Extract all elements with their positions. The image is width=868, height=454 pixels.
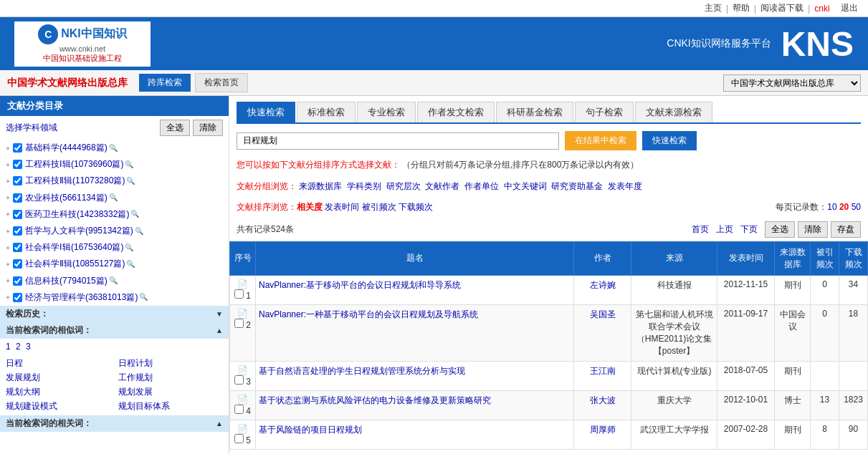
title-link-3[interactable]: 基于状态监测与系统风险评估的电力设备维修及更新策略研究 [259, 395, 491, 405]
tab-author-search[interactable]: 作者发文检索 [417, 102, 495, 122]
page-first-link[interactable]: 首页 [692, 223, 709, 236]
logout-link[interactable]: 退出 [841, 2, 858, 14]
title-link-0[interactable]: NavPlanner:基于移动平台的会议日程规划和导导系统 [259, 280, 461, 290]
cross-db-btn[interactable]: 跨库检索 [139, 74, 191, 92]
tab-pro-search[interactable]: 专业检索 [357, 102, 416, 122]
group-item-5[interactable]: 中文关键词 [504, 181, 547, 191]
page-link-2[interactable]: 2 [16, 342, 21, 352]
subject-checkbox-4[interactable] [13, 210, 22, 219]
reader-download-link[interactable]: 阅读器下载 [760, 2, 803, 14]
search-small-icon-2[interactable]: 🔍 [126, 175, 135, 187]
subject-checkbox-1[interactable] [13, 160, 22, 169]
related-link-3b[interactable]: 规划目标体系 [118, 400, 224, 412]
search-history-chevron[interactable]: ▼ [216, 310, 223, 318]
related-link-0a[interactable]: 日程 [6, 357, 111, 370]
subject-link-0[interactable]: 基础科学(4444968篇) [25, 141, 108, 155]
subject-link-1[interactable]: 工程科技Ⅰ辑(10736960篇) [25, 158, 123, 171]
expand-icon[interactable]: ＋ [4, 175, 11, 187]
related-link-2b[interactable]: 规划发展 [118, 386, 224, 398]
subject-link-6[interactable]: 社会科学Ⅰ辑(16753640篇) [25, 241, 123, 254]
subject-checkbox-7[interactable] [13, 259, 22, 269]
subject-link-7[interactable]: 社会科学Ⅱ辑(10855127篇) [25, 257, 125, 271]
related-query-chevron[interactable]: ▲ [216, 327, 223, 334]
in-result-search-btn[interactable]: 在结果中检索 [565, 131, 636, 150]
group-item-7[interactable]: 发表年度 [608, 181, 642, 191]
expand-icon[interactable]: ＋ [4, 208, 11, 220]
related-link-1a[interactable]: 发展规划 [6, 372, 111, 384]
subject-link-5[interactable]: 哲学与人文科学(9951342篇) [25, 224, 133, 238]
subject-link-3[interactable]: 农业科技(5661134篇) [25, 191, 108, 205]
subject-link-8[interactable]: 信息科技(7794015篇) [25, 274, 108, 288]
tab-quick-search[interactable]: 快速检索 [237, 102, 295, 122]
clear-results-btn[interactable]: 清除 [798, 221, 828, 238]
tab-fund-search[interactable]: 科研基金检索 [496, 102, 573, 122]
related-link-1b[interactable]: 工作规划 [118, 372, 224, 384]
expand-icon[interactable]: ＋ [4, 242, 11, 253]
help-link[interactable]: 帮助 [733, 2, 750, 14]
related-link-2a[interactable]: 规划大纲 [6, 386, 111, 398]
sort-item-3[interactable]: 下载频次 [399, 200, 433, 216]
subject-checkbox-6[interactable] [13, 243, 22, 252]
group-item-2[interactable]: 研究层次 [386, 181, 421, 191]
select-all-results-btn[interactable]: 全选 [765, 221, 795, 238]
related-link-3a[interactable]: 规划建设模式 [6, 400, 111, 412]
search-small-icon-7[interactable]: 🔍 [126, 259, 135, 270]
page-prev-link[interactable]: 上页 [716, 223, 733, 236]
per-page-50[interactable]: 50 [852, 200, 861, 216]
sort-item-0[interactable]: 相关度 [297, 200, 323, 216]
expand-icon[interactable]: ＋ [4, 143, 11, 154]
search-input[interactable] [237, 132, 559, 150]
group-item-4[interactable]: 作者单位 [464, 181, 499, 191]
per-page-10[interactable]: 10 [827, 200, 836, 216]
search-small-icon-4[interactable]: 🔍 [130, 208, 139, 220]
tab-source-search[interactable]: 文献来源检索 [635, 102, 712, 122]
group-item-0[interactable]: 来源数据库 [299, 181, 342, 191]
cnki-link[interactable]: cnki [814, 4, 829, 14]
page-next-link[interactable]: 下页 [740, 223, 758, 236]
expand-icon[interactable]: ＋ [4, 159, 11, 170]
quick-search-btn[interactable]: 快速检索 [642, 131, 697, 150]
group-item-6[interactable]: 研究资助基金 [551, 181, 603, 191]
search-small-icon-3[interactable]: 🔍 [109, 192, 118, 203]
title-link-4[interactable]: 基于风险链的项目日程规划 [259, 425, 362, 435]
related-link-0b[interactable]: 日程计划 [118, 357, 224, 370]
group-item-3[interactable]: 文献作者 [425, 181, 459, 191]
author-link-3[interactable]: 张大波 [590, 395, 616, 405]
subject-link-9[interactable]: 经济与管理科学(36381013篇) [25, 291, 138, 304]
search-home-btn[interactable]: 检索首页 [195, 73, 248, 92]
row-checkbox-2[interactable] [234, 375, 244, 385]
search-small-icon-0[interactable]: 🔍 [109, 143, 118, 154]
row-checkbox-1[interactable] [234, 319, 244, 328]
per-page-20[interactable]: 20 [839, 200, 849, 216]
expand-icon[interactable]: ＋ [4, 291, 11, 303]
author-link-4[interactable]: 周厚师 [590, 425, 616, 435]
sort-item-1[interactable]: 发表时间 [325, 200, 359, 216]
search-small-icon-5[interactable]: 🔍 [135, 226, 143, 237]
save-results-btn[interactable]: 存盘 [831, 221, 861, 238]
subject-checkbox-0[interactable] [13, 143, 22, 153]
subject-checkbox-3[interactable] [13, 193, 22, 203]
page-link-1[interactable]: 1 [6, 342, 11, 352]
tab-standard-search[interactable]: 标准检索 [297, 102, 356, 122]
subject-checkbox-5[interactable] [13, 226, 22, 236]
db-select[interactable]: 中国学术文献网络出版总库 [723, 74, 861, 92]
row-checkbox-3[interactable] [234, 405, 244, 414]
search-small-icon-6[interactable]: 🔍 [125, 242, 133, 253]
select-all-subjects-btn[interactable]: 全选 [160, 120, 190, 136]
subject-checkbox-9[interactable] [13, 293, 22, 302]
expand-icon[interactable]: ＋ [4, 259, 11, 270]
group-item-1[interactable]: 学科类别 [347, 181, 381, 191]
author-link-2[interactable]: 王江南 [590, 366, 616, 376]
expand-icon[interactable]: ＋ [4, 226, 11, 237]
clear-subjects-btn[interactable]: 清除 [193, 120, 223, 136]
subject-checkbox-8[interactable] [13, 276, 22, 286]
row-checkbox-0[interactable] [234, 289, 244, 299]
page-link-3[interactable]: 3 [26, 342, 31, 352]
expand-icon[interactable]: ＋ [4, 192, 11, 203]
subject-link-2[interactable]: 工程科技Ⅱ辑(11073280篇) [25, 174, 125, 188]
related-query2-chevron[interactable]: ▲ [216, 420, 223, 428]
author-link-1[interactable]: 吴国圣 [590, 309, 616, 319]
sort-item-2[interactable]: 被引频次 [362, 200, 396, 216]
subject-link-4[interactable]: 医药卫生科技(14238332篇) [25, 208, 129, 221]
author-link-0[interactable]: 左诗婉 [590, 280, 616, 290]
